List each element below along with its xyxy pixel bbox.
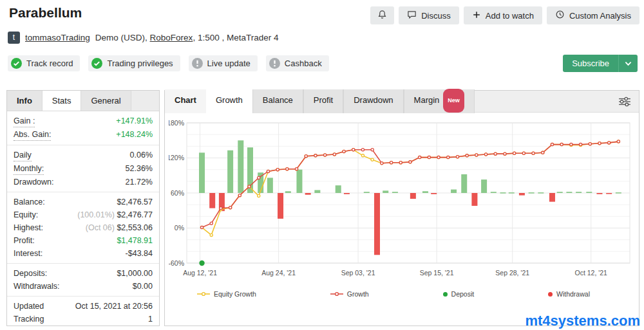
tab-balance[interactable]: Balance (252, 89, 303, 113)
marker-growth (352, 149, 355, 151)
badge-label: Trading privileges (107, 59, 173, 68)
marker-growth (504, 152, 506, 155)
header-actions: Discuss Add to watch Custom Analysis (370, 6, 639, 24)
subscribe-button[interactable]: Subscribe (563, 55, 618, 72)
chart-settings-icon[interactable] (618, 96, 631, 107)
chevron-down-icon (625, 59, 632, 68)
marker-growth (608, 142, 611, 144)
x-tick-label: Sep 03, '21 (341, 269, 375, 277)
broker-link[interactable]: RoboForex (150, 33, 193, 42)
stat-value: Oct 15, 2021 at 20:56 (75, 301, 153, 312)
legend-item-withdrawal[interactable]: Withdrawal (548, 290, 590, 298)
legend-item-deposit[interactable]: Deposit (443, 290, 475, 298)
marker-growth (475, 154, 478, 156)
account-username-link[interactable]: tommasoTrading (25, 33, 90, 42)
chart-bar (267, 178, 273, 193)
check-circle-icon (91, 58, 102, 69)
marker-growth (437, 156, 440, 158)
marker-growth (484, 153, 487, 156)
stats-panel-body: Gain :+147.91%Abs. Gain:+148.24%Daily0.0… (7, 111, 159, 325)
marker-growth (238, 194, 241, 197)
custom-analysis-button[interactable]: Custom Analysis (547, 6, 639, 24)
chart-bar (199, 152, 205, 193)
stat-row-monthly: Monthly:52.36% (7, 162, 159, 176)
tab-chart[interactable]: Chart (165, 89, 206, 113)
marker-growth (428, 156, 430, 158)
legend-line-marker (330, 290, 343, 298)
marker-equity-growth (210, 234, 213, 236)
chart-bar (616, 192, 621, 194)
stat-value: +148.24% (116, 129, 153, 140)
marker-growth (276, 169, 279, 171)
badge-label: Live update (207, 59, 251, 68)
tab-stats[interactable]: Stats (43, 91, 82, 111)
add-to-watch-button[interactable]: Add to watch (464, 6, 542, 24)
new-badge: New (443, 89, 464, 113)
chart-bar (586, 192, 592, 193)
subscribe-dropdown-button[interactable] (618, 55, 638, 72)
deposit-marker (199, 261, 204, 266)
stat-label: Monthly: (14, 163, 44, 175)
stat-value: (100.01%) $2,476.77 (77, 210, 153, 221)
stat-label: Highest: (14, 223, 43, 234)
chart-bar (451, 190, 457, 193)
stat-value: $1,000.00 (117, 268, 153, 279)
divider (7, 145, 159, 145)
marker-growth (229, 206, 232, 209)
chart-bar (519, 193, 525, 196)
chart-bar (227, 151, 233, 193)
chart-bar (296, 170, 302, 193)
marker-growth (305, 155, 307, 158)
chart-legend: Equity GrowthGrowthDepositWithdrawal (197, 290, 590, 298)
discuss-button[interactable]: Discuss (399, 6, 459, 24)
x-tick-label: Aug 12, '21 (183, 269, 217, 277)
account-row: t tommasoTrading Demo (USD), RoboForex, … (8, 32, 278, 44)
stat-value-prefix: (Oct 06) (86, 223, 117, 232)
series-equity-growth (202, 142, 619, 235)
legend-label: Withdrawal (556, 290, 590, 298)
series-growth (202, 142, 619, 228)
clock-icon (555, 10, 565, 21)
stat-label: Tracking (14, 314, 44, 325)
tab-growth[interactable]: Growth (206, 89, 252, 113)
marker-growth (456, 156, 459, 158)
chart-bar (549, 193, 555, 202)
legend-line-marker (197, 290, 210, 298)
chart-bar (538, 192, 544, 194)
tab-drawdown[interactable]: Drawdown (343, 89, 403, 113)
chart-bar (285, 191, 291, 193)
tab-info[interactable]: Info (7, 91, 43, 111)
chart-bar (509, 192, 515, 194)
legend-item-equity-growth[interactable]: Equity Growth (197, 290, 256, 298)
legend-label: Deposit (451, 290, 475, 298)
stat-row-withdrawals: Withdrawals:$0.00 (7, 280, 159, 293)
stat-value: $1,478.91 (117, 235, 153, 246)
chart-bar (500, 192, 506, 194)
marker-growth (210, 222, 213, 225)
account-details: Demo (USD), RoboForex, 1:500 , MetaTrade… (95, 33, 279, 42)
marker-growth (324, 154, 327, 156)
avatar: t (8, 32, 20, 44)
stat-row-drawdown: Drawdown:21.72% (7, 176, 159, 188)
tab-profit[interactable]: Profit (303, 89, 343, 113)
tab-margin[interactable]: MarginNew (404, 89, 475, 113)
badge-label: Track record (26, 59, 73, 68)
chart-bar (314, 190, 320, 193)
plus-icon (472, 10, 481, 21)
tab-general[interactable]: General (81, 91, 131, 111)
marker-growth (381, 162, 383, 165)
marker-growth (333, 153, 336, 156)
chart-bar (238, 140, 243, 193)
watermark-link[interactable]: mt4systems.com (525, 313, 640, 329)
chart-bar (491, 192, 497, 193)
chart-bar (364, 192, 370, 193)
custom-analysis-label: Custom Analysis (569, 11, 631, 21)
stat-label: Daily (14, 150, 32, 161)
y-tick-label: 120% (169, 154, 184, 161)
marker-growth (419, 156, 421, 158)
notifications-button[interactable] (370, 6, 394, 24)
stat-value: 0.06% (130, 150, 153, 161)
legend-item-growth[interactable]: Growth (330, 290, 369, 298)
chart-bar (278, 193, 283, 219)
stat-label: Profit: (14, 235, 35, 246)
